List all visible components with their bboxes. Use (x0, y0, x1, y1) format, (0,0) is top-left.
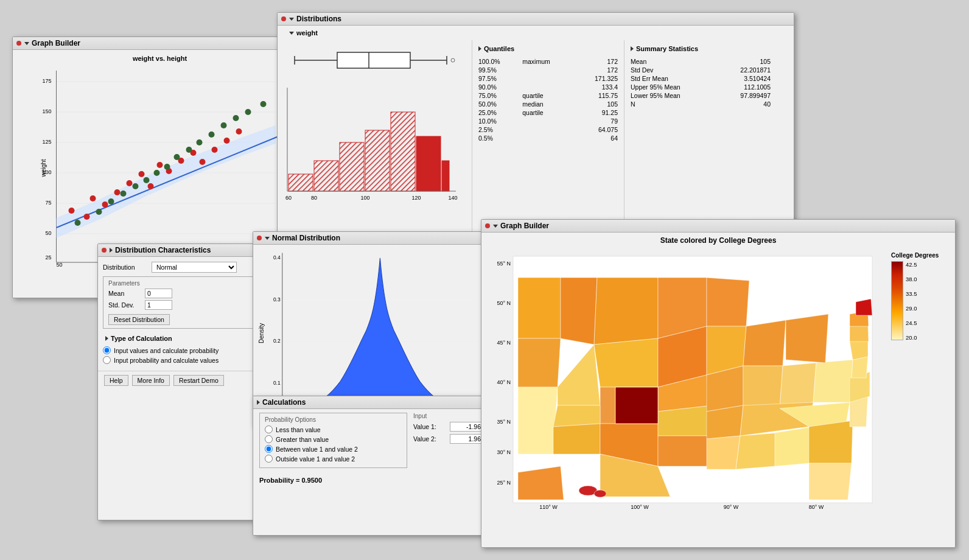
table-row: 10.0%79 (476, 117, 620, 125)
summary-stats-header: Summary Statistics (628, 44, 773, 54)
state-id (561, 278, 597, 345)
mean-input[interactable] (145, 289, 172, 298)
state-oh (813, 360, 853, 402)
quantiles-table: 100.0%maximum172 99.5%172 97.5%171.325 9… (476, 57, 620, 142)
svg-text:60: 60 (285, 195, 292, 201)
table-row: 100.0%maximum172 (476, 57, 620, 66)
stddev-input[interactable] (145, 300, 172, 310)
collapse-icon[interactable] (478, 46, 481, 51)
normal-dist-svg: 0.4 0.3 0.2 0.1 0.0 -3 -2 -1 0 (265, 248, 486, 418)
stddev-label: Std. Dev. (108, 301, 145, 309)
svg-text:30° N: 30° N (497, 449, 511, 455)
scatter-dot (75, 220, 81, 226)
legend-visual: 42.5 38.0 33.5 29.0 24.5 20.0 (891, 261, 946, 341)
collapse-icon[interactable] (105, 336, 108, 341)
state-wy (594, 338, 658, 387)
collapse-icon[interactable] (24, 42, 29, 45)
collapse-icon[interactable] (265, 237, 270, 240)
scatter-dot (233, 115, 239, 121)
map-chart-title: State colored by College Degrees (488, 236, 949, 245)
distributions-title: Distributions (296, 15, 341, 23)
table-row: N40 (628, 100, 773, 108)
state-ga (809, 421, 853, 463)
svg-text:0.2: 0.2 (273, 338, 281, 344)
collapse-icon[interactable] (289, 18, 294, 21)
scatter-dot (236, 128, 242, 135)
radio-greater-than-input[interactable] (265, 435, 273, 443)
distributions-window: Distributions weight (277, 12, 794, 243)
y-tick: 100 (42, 169, 51, 175)
state-wa (518, 278, 561, 338)
state-fl (809, 463, 852, 500)
scatter-dot (261, 101, 267, 107)
legend-value: 20.0 (906, 334, 917, 341)
state-ut (553, 405, 600, 427)
red-dot-icon (284, 31, 287, 35)
scatter-dot (186, 147, 192, 153)
help-button[interactable]: Help (104, 375, 128, 386)
radio-between-input[interactable] (265, 445, 273, 453)
y-tick: 175 (42, 78, 51, 84)
svg-text:140: 140 (448, 195, 457, 201)
value2-input[interactable] (450, 434, 483, 444)
scatter-dot (133, 183, 139, 189)
normal-dist-content: Density 0.4 0.3 0.2 0.1 0.0 -3 (253, 245, 489, 421)
legend-value: 38.0 (906, 276, 917, 282)
more-info-button[interactable]: More Info (132, 375, 170, 386)
value2-row: Value 2: (413, 434, 483, 444)
state-mt (594, 278, 658, 345)
table-row: Mean105 (628, 57, 773, 66)
scatter-dot (84, 214, 90, 220)
normal-curve (282, 258, 478, 407)
svg-text:25° N: 25° N (497, 480, 511, 486)
input-box: Input Value 1: Value 2: (413, 413, 483, 473)
map-and-legend: 55° N 50° N 45° N 40° N 35° N 30° N 25° … (488, 247, 949, 516)
distributions-titlebar: Distributions (278, 13, 794, 26)
table-row: 2.5%64.075 (476, 125, 620, 134)
us-map-svg: 55° N 50° N 45° N 40° N 35° N 30° N 25° … (488, 247, 883, 515)
normal-dist-title: Normal Distribution (272, 234, 340, 242)
scatter-dot (154, 170, 160, 176)
state-or (518, 338, 561, 387)
value1-row: Value 1: (413, 422, 483, 432)
legend-value: 24.5 (906, 320, 917, 326)
red-dot-icon (257, 236, 262, 240)
y-tick: 50 (45, 230, 51, 236)
collapse-icon[interactable] (110, 248, 113, 253)
scatter-dot (221, 122, 227, 128)
radio-input-prob[interactable] (103, 356, 111, 364)
distribution-label: Distribution (103, 264, 152, 271)
calculations-content: Probability Options Less than value Grea… (253, 409, 489, 488)
value1-input[interactable] (450, 422, 483, 432)
collapse-icon[interactable] (257, 400, 260, 405)
table-row: 75.0%quartile115.75 (476, 91, 620, 100)
scatter-svg: weight 175 150 125 100 75 50 25 50 (37, 65, 282, 271)
state-ne-dark (856, 299, 872, 315)
state-wv (852, 357, 868, 378)
table-row: 90.0%133.4 (476, 83, 620, 91)
scatter-dot (174, 154, 180, 160)
distribution-select[interactable]: Normal (152, 262, 237, 273)
table-row: Std Dev22.201871 (628, 66, 773, 74)
normal-chart-area: 0.4 0.3 0.2 0.1 0.0 -3 -2 -1 0 (265, 248, 486, 418)
scatter-dot (209, 131, 215, 138)
radio-input-values[interactable] (103, 346, 111, 354)
weight-section-header: weight (281, 28, 790, 38)
collapse-icon[interactable] (289, 32, 294, 35)
map-builder-title: Graph Builder (500, 222, 549, 230)
graph-builder-title: Graph Builder (32, 39, 80, 47)
collapse-icon[interactable] (631, 46, 634, 51)
type-calc-title: Type of Calculation (111, 335, 172, 342)
radio-less-than-input[interactable] (265, 425, 273, 433)
restart-demo-button[interactable]: Restart Demo (173, 375, 224, 386)
svg-text:0.1: 0.1 (273, 380, 281, 386)
radio-label-2: Input probability and calculate values (114, 357, 219, 364)
radio-outside-input[interactable] (265, 455, 273, 463)
calc-options-row: Probability Options Less than value Grea… (259, 413, 483, 473)
reset-distribution-button[interactable]: Reset Distribution (108, 314, 170, 325)
legend-value: 33.5 (906, 290, 917, 297)
collapse-icon[interactable] (493, 225, 498, 228)
svg-text:110° W: 110° W (539, 504, 558, 510)
scatter-dot (69, 208, 75, 214)
quantiles-title: Quantiles (484, 45, 514, 52)
